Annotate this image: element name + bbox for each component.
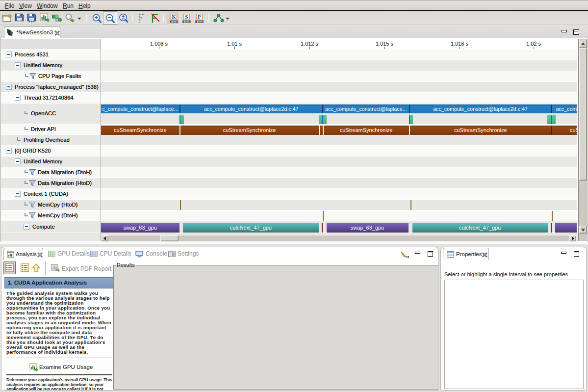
svg-text:S: S [185, 14, 188, 20]
svg-text:K: K [172, 14, 176, 20]
svg-text:P: P [198, 14, 201, 20]
